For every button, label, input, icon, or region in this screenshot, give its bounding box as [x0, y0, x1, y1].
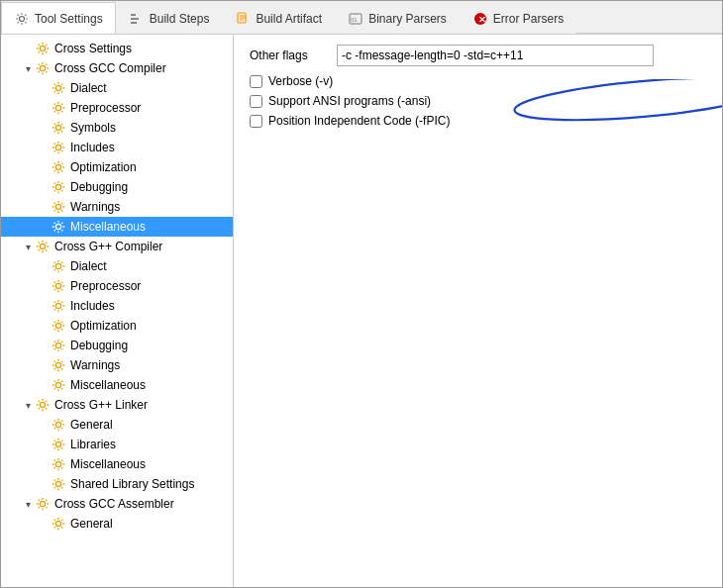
other-flags-label: Other flags [250, 49, 329, 62]
tab-build-artifact[interactable]: Build Artifact [222, 2, 335, 34]
main-window: Tool Settings Build Steps Build Artifact [0, 0, 723, 588]
dialect-label: Dialect [70, 81, 107, 95]
tab-binary-parsers-label: Binary Parsers [368, 12, 447, 26]
no-expand [37, 121, 51, 135]
tree-item-warnings-2[interactable]: Warnings [1, 355, 233, 375]
pic-checkbox[interactable] [250, 115, 262, 128]
other-flags-input[interactable] [337, 45, 654, 66]
general-2-icon [51, 516, 66, 532]
no-expand [37, 160, 51, 174]
tree-item-libraries[interactable]: Libraries [1, 435, 233, 454]
tab-error-parsers[interactable]: ✕ Error Parsers [460, 2, 576, 34]
binary-parsers-icon: 01 [348, 11, 363, 27]
miscellaneous-2-icon [51, 377, 66, 393]
tree-item-warnings-1[interactable]: Warnings [1, 197, 233, 217]
svg-point-33 [55, 521, 60, 526]
tree-item-shared-library-settings[interactable]: Shared Library Settings [1, 474, 233, 494]
optimization-2-icon [51, 318, 66, 334]
pic-row: Position Independent Code (-fPIC) [250, 114, 706, 128]
tree-item-miscellaneous-3[interactable]: Miscellaneous [1, 454, 233, 474]
svg-point-26 [55, 382, 60, 387]
content-wrapper: Cross Settings ▾ Cross GCC Compiler [1, 35, 722, 587]
tree-item-cross-settings[interactable]: Cross Settings [1, 39, 233, 58]
tree-item-dialect[interactable]: Dialect [1, 78, 233, 98]
svg-point-23 [55, 323, 60, 328]
build-artifact-icon [235, 11, 251, 27]
tree-item-optimization-1[interactable]: Optimization [1, 157, 233, 177]
dialect-icon [51, 80, 66, 96]
svg-point-10 [40, 65, 45, 70]
tree-item-cross-gcc-compiler[interactable]: ▾ Cross GCC Compiler [1, 58, 233, 78]
tree-item-debugging-2[interactable]: Debugging [1, 336, 233, 355]
tab-tool-settings-label: Tool Settings [35, 12, 103, 26]
tab-build-steps[interactable]: Build Steps [116, 2, 223, 34]
cross-gcc-compiler-label: Cross GCC Compiler [54, 61, 166, 75]
tree-item-optimization-2[interactable]: Optimization [1, 316, 233, 336]
no-expand [37, 81, 51, 95]
tree-item-debugging-1[interactable]: Debugging [1, 177, 233, 197]
svg-point-20 [55, 263, 60, 268]
svg-point-25 [55, 362, 60, 367]
tree-item-symbols[interactable]: Symbols [1, 118, 233, 138]
miscellaneous-3-icon [51, 456, 66, 472]
tree-item-dialect-2[interactable]: Dialect [1, 256, 233, 276]
tab-error-parsers-label: Error Parsers [493, 12, 564, 26]
verbose-label: Verbose (-v) [268, 74, 333, 88]
general-1-icon [51, 417, 66, 433]
preprocessor-2-icon [51, 278, 66, 294]
tab-tool-settings[interactable]: Tool Settings [1, 2, 116, 34]
tree-item-preprocessor[interactable]: Preprocessor [1, 98, 233, 118]
optimization-1-icon [51, 159, 66, 175]
cross-gcc-assembler-icon [35, 496, 51, 512]
svg-text:✕: ✕ [478, 15, 486, 25]
debugging-1-label: Debugging [70, 180, 128, 194]
tree-item-miscellaneous-1[interactable]: Miscellaneous [1, 217, 233, 237]
svg-point-29 [55, 441, 60, 446]
tab-build-steps-label: Build Steps [150, 12, 210, 26]
ansi-row: Support ANSI programs (-ansi) [250, 94, 706, 108]
tree-item-includes-1[interactable]: Includes [1, 138, 233, 157]
warnings-2-icon [51, 357, 66, 373]
svg-point-12 [55, 105, 60, 110]
cross-settings-icon [35, 41, 51, 56]
warnings-1-icon [51, 199, 66, 215]
svg-point-24 [55, 343, 60, 347]
svg-rect-2 [131, 18, 139, 20]
svg-point-32 [40, 501, 45, 506]
cross-gpp-compiler-label: Cross G++ Compiler [54, 240, 162, 253]
miscellaneous-1-icon [51, 219, 66, 235]
no-expand-icon [21, 42, 35, 55]
debugging-1-icon [51, 179, 66, 195]
verbose-checkbox[interactable] [250, 75, 262, 88]
tree-item-preprocessor-2[interactable]: Preprocessor [1, 276, 233, 296]
no-expand [37, 141, 51, 154]
ansi-checkbox[interactable] [250, 95, 262, 108]
tab-binary-parsers[interactable]: 01 Binary Parsers [335, 2, 460, 34]
tree-item-general-2[interactable]: General [1, 514, 233, 534]
tree-item-cross-gpp-compiler[interactable]: ▾ Cross G++ Compiler [1, 237, 233, 256]
tree-item-includes-2[interactable]: Includes [1, 296, 233, 316]
svg-point-22 [55, 303, 60, 308]
cross-gpp-compiler-icon [35, 239, 51, 254]
includes-1-icon [51, 140, 66, 155]
verbose-row: Verbose (-v) [250, 74, 706, 88]
svg-point-15 [55, 164, 60, 169]
svg-point-21 [55, 283, 60, 288]
tab-bar: Tool Settings Build Steps Build Artifact [1, 1, 722, 35]
debugging-2-icon [51, 338, 66, 353]
warnings-2-label: Warnings [70, 358, 120, 372]
cross-gpp-linker-label: Cross G++ Linker [54, 398, 148, 412]
tree-item-miscellaneous-2[interactable]: Miscellaneous [1, 375, 233, 395]
gear-icon [14, 11, 30, 27]
optimization-1-label: Optimization [70, 160, 137, 174]
libraries-label: Libraries [70, 438, 116, 451]
pic-label: Position Independent Code (-fPIC) [268, 114, 450, 128]
preprocessor-2-label: Preprocessor [70, 279, 141, 293]
tree-item-cross-gpp-linker[interactable]: ▾ Cross G++ Linker [1, 395, 233, 415]
collapse-icon: ▾ [21, 61, 35, 75]
tree-panel: Cross Settings ▾ Cross GCC Compiler [1, 35, 234, 587]
tree-item-cross-gcc-assembler[interactable]: ▾ Cross GCC Assembler [1, 494, 233, 514]
cross-gcc-compiler-icon [35, 60, 51, 76]
tree-item-general-1[interactable]: General [1, 415, 233, 435]
collapse-icon-gpp: ▾ [21, 240, 35, 253]
